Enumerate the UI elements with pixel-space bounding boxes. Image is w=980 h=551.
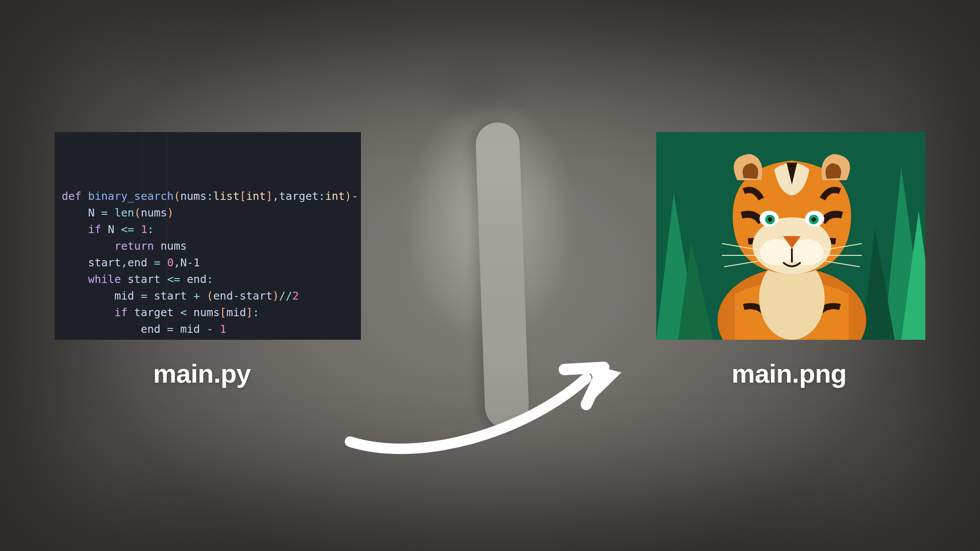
tiger-illustration-icon	[656, 132, 925, 340]
svg-point-16	[768, 217, 772, 222]
svg-point-17	[812, 217, 816, 222]
function-name: binary_search	[88, 190, 174, 202]
arrow-icon	[341, 345, 626, 459]
indent-guide	[167, 132, 167, 340]
label-output-file: main.png	[732, 359, 847, 389]
label-source-file: main.py	[153, 359, 251, 389]
output-image	[656, 132, 925, 340]
indent-guide	[142, 132, 143, 340]
keyword-def: def	[62, 190, 81, 202]
code-editor-panel: def binary_search(nums:list[int],target:…	[55, 132, 361, 340]
